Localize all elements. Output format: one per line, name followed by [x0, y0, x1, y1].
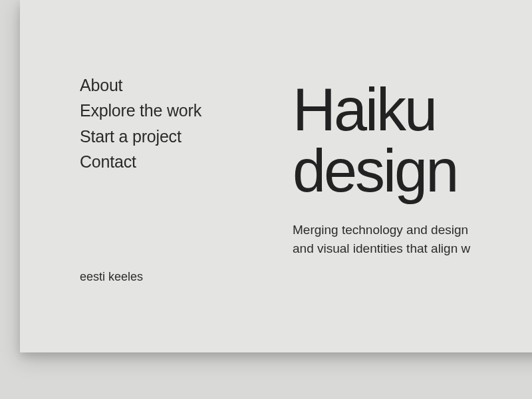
hero-sub-line-1: Merging technology and design — [293, 223, 468, 237]
nav-link-start-project[interactable]: Start a project — [80, 124, 253, 148]
hero-sub-line-2: and visual identities that align w — [293, 241, 470, 255]
right-column: Haiku design Merging technology and desi… — [293, 73, 532, 352]
hero-subtitle: Merging technology and design and visual… — [293, 221, 532, 259]
nav-link-explore[interactable]: Explore the work — [80, 98, 253, 122]
primary-nav: About Explore the work Start a project C… — [80, 73, 253, 174]
left-column: About Explore the work Start a project C… — [80, 73, 253, 352]
content-card: About Explore the work Start a project C… — [20, 0, 532, 352]
nav-link-contact[interactable]: Contact — [80, 150, 253, 174]
nav-link-about[interactable]: About — [80, 73, 253, 97]
hero-title: Haiku design — [293, 80, 532, 202]
hero-title-line-1: Haiku — [293, 76, 436, 143]
language-switch[interactable]: eesti keeles — [80, 270, 253, 284]
hero-title-line-2: design — [293, 138, 457, 204]
